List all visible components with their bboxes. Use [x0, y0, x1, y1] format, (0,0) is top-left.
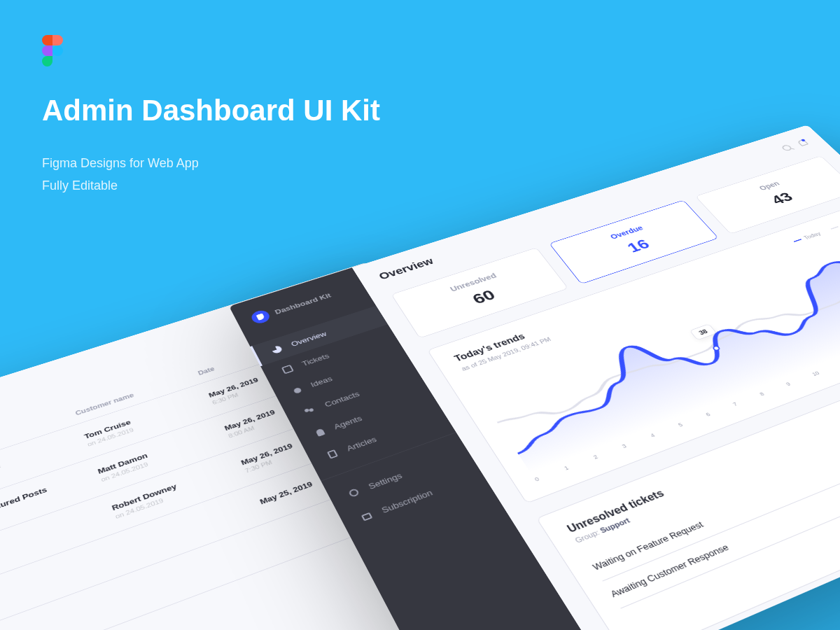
promo-hero: Admin Dashboard UI Kit Figma Designs for… [42, 35, 380, 197]
notification-bell-icon[interactable] [797, 139, 808, 146]
sidebar-item-agents[interactable]: Agents [293, 383, 438, 451]
legend-yesterday: Yesterday [829, 215, 840, 232]
doc-icon [327, 449, 338, 459]
search-icon[interactable] [780, 144, 793, 152]
pie-icon [270, 344, 283, 354]
sidebar-item-label: Articles [345, 435, 378, 453]
sidebar-item-label: Tickets [300, 352, 330, 368]
legend-today: Today [792, 230, 822, 244]
sidebar-item-contacts[interactable]: Contacts [282, 363, 425, 428]
sub-icon [361, 512, 372, 521]
sidebar-item-subscription[interactable]: Subscription [337, 462, 489, 538]
bulb-icon [293, 387, 302, 394]
page-title: Overview [377, 256, 435, 282]
sidebar-item-label: Agents [332, 414, 364, 431]
gear-icon [348, 488, 360, 498]
hero-title: Admin Dashboard UI Kit [42, 94, 380, 127]
hero-line2: Fully Editable [42, 178, 118, 192]
sidebar-item-label: Ideas [309, 374, 333, 388]
agent-icon [315, 428, 325, 436]
brand-logo-icon [249, 309, 272, 326]
sidebar-item-label: Subscription [380, 488, 435, 514]
brand-name: Dashboard Kit [273, 291, 332, 315]
hero-line1: Figma Designs for Web App [42, 156, 199, 170]
sidebar-item-label: Contacts [323, 390, 361, 409]
ticket-icon [281, 364, 294, 374]
figma-logo-icon [42, 35, 63, 66]
people-icon [303, 405, 316, 415]
sidebar-item-label: Settings [367, 471, 404, 491]
